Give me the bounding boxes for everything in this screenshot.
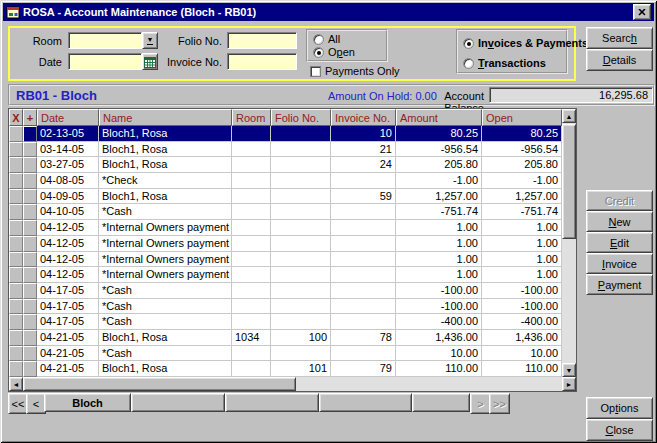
cell-amount[interactable]: 1.00 bbox=[396, 220, 482, 236]
cell-invoice[interactable]: 24 bbox=[331, 157, 396, 173]
row-expand-cell[interactable] bbox=[23, 267, 37, 283]
cell-amount[interactable]: -100.00 bbox=[396, 299, 482, 315]
table-row[interactable]: 04-21-05 Bloch1, Rosa 101 79 110.00 110.… bbox=[9, 361, 562, 377]
cell-date[interactable]: 04-21-05 bbox=[37, 346, 99, 362]
cell-date[interactable]: 04-08-05 bbox=[37, 173, 99, 189]
radio-transactions[interactable]: Transactions bbox=[463, 57, 546, 69]
cell-amount[interactable]: 1.00 bbox=[396, 267, 482, 283]
credit-button[interactable]: Credit bbox=[586, 190, 653, 211]
scroll-up-icon[interactable]: ▲ bbox=[562, 109, 576, 123]
folio-input[interactable] bbox=[227, 32, 297, 49]
cell-room[interactable] bbox=[232, 283, 271, 299]
cell-open[interactable]: -400.00 bbox=[482, 314, 562, 330]
cell-amount[interactable]: 10.00 bbox=[396, 346, 482, 362]
payment-button[interactable]: Payment bbox=[586, 274, 653, 295]
cell-folio[interactable] bbox=[271, 126, 331, 142]
table-row[interactable]: 03-27-05 Bloch1, Rosa 24 205.80 205.80 bbox=[9, 157, 562, 173]
radio-open[interactable]: Open bbox=[313, 46, 355, 58]
cell-invoice[interactable]: 10 bbox=[331, 126, 396, 142]
horizontal-scrollbar[interactable]: ◄ ► bbox=[9, 377, 576, 391]
cell-date[interactable]: 04-17-05 bbox=[37, 283, 99, 299]
radio-all[interactable]: All bbox=[313, 33, 340, 45]
table-row[interactable]: 02-13-05 Bloch1, Rosa 10 80.25 80.25 bbox=[9, 126, 562, 142]
radio-invoices-payments[interactable]: Invoices & Payments bbox=[463, 37, 588, 49]
cell-invoice[interactable]: 78 bbox=[331, 330, 396, 346]
scroll-down-icon[interactable]: ▼ bbox=[562, 363, 576, 377]
cell-name[interactable]: *Cash bbox=[99, 283, 232, 299]
new-button[interactable]: New bbox=[586, 211, 653, 232]
row-expand-cell[interactable] bbox=[23, 346, 37, 362]
cell-open[interactable]: 1,436.00 bbox=[482, 330, 562, 346]
nav-account-tab[interactable] bbox=[412, 393, 470, 412]
table-row[interactable]: 04-17-05 *Cash -100.00 -100.00 bbox=[9, 283, 562, 299]
cell-name[interactable]: Bloch1, Rosa bbox=[99, 189, 232, 205]
table-row[interactable]: 04-21-05 *Cash 10.00 10.00 bbox=[9, 346, 562, 362]
row-header-cell[interactable] bbox=[9, 314, 23, 330]
cell-amount[interactable]: -751.74 bbox=[396, 204, 482, 220]
cell-room[interactable] bbox=[232, 220, 271, 236]
cell-room[interactable] bbox=[232, 157, 271, 173]
nav-account-tab[interactable] bbox=[131, 393, 225, 412]
cell-folio[interactable]: 101 bbox=[271, 361, 331, 377]
cell-folio[interactable] bbox=[271, 157, 331, 173]
cell-room[interactable] bbox=[232, 267, 271, 283]
row-header-cell[interactable] bbox=[9, 204, 23, 220]
cell-room[interactable] bbox=[232, 189, 271, 205]
row-header-cell[interactable] bbox=[9, 157, 23, 173]
cell-room[interactable]: 1034 bbox=[232, 330, 271, 346]
cell-room[interactable] bbox=[232, 126, 271, 142]
cell-folio[interactable] bbox=[271, 299, 331, 315]
cell-date[interactable]: 04-09-05 bbox=[37, 189, 99, 205]
row-header-cell[interactable] bbox=[9, 252, 23, 268]
cell-invoice[interactable] bbox=[331, 267, 396, 283]
title-bar[interactable]: ROSA - Account Maintenance (Bloch - RB01… bbox=[3, 3, 654, 21]
date-input[interactable] bbox=[68, 53, 142, 70]
table-row[interactable]: 04-21-05 Bloch1, Rosa 1034 100 78 1,436.… bbox=[9, 330, 562, 346]
row-header-cell[interactable] bbox=[9, 299, 23, 315]
cell-amount[interactable]: 80.25 bbox=[396, 126, 482, 142]
invoice-button[interactable]: Invoice bbox=[586, 253, 653, 274]
row-expand-cell[interactable] bbox=[23, 236, 37, 252]
cell-folio[interactable] bbox=[271, 220, 331, 236]
cell-invoice[interactable] bbox=[331, 283, 396, 299]
row-header-cell[interactable] bbox=[9, 283, 23, 299]
table-row[interactable]: 03-14-05 Bloch1, Rosa 21 -956.54 -956.54 bbox=[9, 142, 562, 158]
nav-first-button[interactable]: << bbox=[8, 393, 28, 414]
edit-button[interactable]: Edit bbox=[586, 232, 653, 253]
cell-date[interactable]: 04-12-05 bbox=[37, 220, 99, 236]
cell-name[interactable]: *Cash bbox=[99, 346, 232, 362]
row-header-cell[interactable] bbox=[9, 346, 23, 362]
cell-invoice[interactable]: 59 bbox=[331, 189, 396, 205]
row-expand-cell[interactable] bbox=[23, 283, 37, 299]
cell-open[interactable]: -1.00 bbox=[482, 173, 562, 189]
row-expand-cell[interactable] bbox=[23, 220, 37, 236]
payments-only-box[interactable] bbox=[310, 66, 321, 77]
cell-amount[interactable]: 1.00 bbox=[396, 236, 482, 252]
cell-open[interactable]: 205.80 bbox=[482, 157, 562, 173]
row-expand-cell[interactable] bbox=[23, 361, 37, 377]
row-expand-cell[interactable] bbox=[23, 126, 37, 142]
cell-name[interactable]: *Cash bbox=[99, 204, 232, 220]
cell-open[interactable]: 80.25 bbox=[482, 126, 562, 142]
row-header-cell[interactable] bbox=[9, 330, 23, 346]
cell-room[interactable] bbox=[232, 142, 271, 158]
cell-invoice[interactable]: 79 bbox=[331, 361, 396, 377]
cell-amount[interactable]: -1.00 bbox=[396, 173, 482, 189]
cell-name[interactable]: *Internal Owners payment code bbox=[99, 236, 232, 252]
room-dropdown-button[interactable]: ▼ bbox=[142, 32, 158, 49]
cell-invoice[interactable]: 21 bbox=[331, 142, 396, 158]
payments-only-checkbox[interactable]: Payments Only bbox=[310, 65, 400, 77]
cell-date[interactable]: 04-21-05 bbox=[37, 361, 99, 377]
cell-invoice[interactable] bbox=[331, 236, 396, 252]
cell-invoice[interactable] bbox=[331, 314, 396, 330]
cell-name[interactable]: *Internal Owners payment code bbox=[99, 220, 232, 236]
row-header-cell[interactable] bbox=[9, 236, 23, 252]
cell-room[interactable] bbox=[232, 173, 271, 189]
cell-open[interactable]: -100.00 bbox=[482, 283, 562, 299]
nav-account-tab[interactable]: Bloch bbox=[44, 393, 131, 412]
cell-folio[interactable] bbox=[271, 314, 331, 330]
cell-room[interactable] bbox=[232, 314, 271, 330]
cell-room[interactable] bbox=[232, 346, 271, 362]
table-row[interactable]: 04-09-05 Bloch1, Rosa 59 1,257.00 1,257.… bbox=[9, 189, 562, 205]
cell-name[interactable]: *Internal Owners payment code bbox=[99, 252, 232, 268]
